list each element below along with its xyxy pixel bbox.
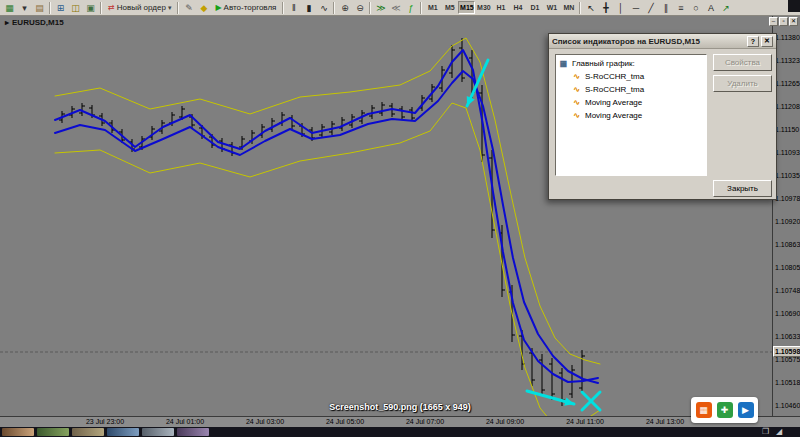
market-watch-icon[interactable]: ⊞: [53, 1, 68, 15]
text-label-icon[interactable]: A: [703, 1, 718, 15]
taskbar-thumbnail[interactable]: [142, 428, 174, 436]
cursor-icon[interactable]: ↖: [583, 1, 598, 15]
tree-root-label: Главный график:: [572, 59, 635, 68]
time-axis: 23 Jul 23:0024 Jul 01:0024 Jul 03:0024 J…: [0, 416, 800, 427]
auto-scroll-icon[interactable]: ≫: [373, 1, 388, 15]
taskbar-thumbnail[interactable]: [2, 428, 34, 436]
indicator-item[interactable]: ∿S-RoCCHR_tma: [558, 83, 704, 96]
price-axis-label: 1.10518: [775, 379, 800, 386]
timeframe-m15[interactable]: M15: [458, 1, 475, 14]
time-axis-label: 23 Jul 23:00: [86, 418, 124, 425]
indicators-icon[interactable]: ƒ: [403, 1, 418, 15]
fibonacci-icon[interactable]: ≡: [673, 1, 688, 15]
timeframe-m30[interactable]: M30: [475, 1, 492, 14]
autotrade-button-label: Авто-торговля: [224, 3, 277, 12]
timeframe-h1[interactable]: H1: [492, 1, 509, 14]
new-order-button-label: Новый ордер: [117, 3, 166, 12]
price-axis-label: 1.11265: [775, 80, 800, 87]
autotrade-button[interactable]: ▶Авто-торговля: [211, 1, 280, 15]
chart-tree-icon: ▦: [558, 59, 569, 69]
chart-restore-button[interactable]: ▫: [779, 17, 788, 26]
time-axis-label: 24 Jul 05:00: [326, 418, 364, 425]
taskbar-thumbnail[interactable]: [177, 428, 209, 436]
indicator-icon: ∿: [571, 72, 582, 82]
horizontal-line-icon[interactable]: ─: [628, 1, 643, 15]
metaquotes-icon[interactable]: ◆: [196, 1, 211, 15]
zoom-out-icon[interactable]: ⊖: [352, 1, 367, 15]
new-order-button[interactable]: ⇄Новый ордер▾: [104, 1, 175, 15]
copy-icon[interactable]: ❐: [762, 427, 769, 437]
timeframe-m5[interactable]: M5: [441, 1, 458, 14]
share-send-icon[interactable]: ▶: [738, 402, 754, 418]
taskbar: [0, 427, 800, 437]
timeframe-m1[interactable]: M1: [424, 1, 441, 14]
time-axis-label: 24 Jul 03:00: [246, 418, 284, 425]
screenshot-caption: Screenshot_590.png (1665 x 949): [329, 402, 471, 412]
timeframe-h4[interactable]: H4: [509, 1, 526, 14]
trendline-icon[interactable]: ╱: [643, 1, 658, 15]
indicator-icon: ∿: [571, 85, 582, 95]
toolbar-separator: [579, 2, 581, 14]
price-axis-label: 1.10460: [775, 402, 800, 409]
chart-bullet-icon: ▸: [5, 18, 9, 27]
channel-icon[interactable]: ∥: [658, 1, 673, 15]
price-axis-label: 1.10805: [775, 264, 800, 271]
crosshair-icon[interactable]: ╋: [598, 1, 613, 15]
dialog-titlebar[interactable]: Список индикаторов на EURUSD,M15 ? ✕: [549, 34, 776, 49]
shapes-icon[interactable]: ○: [688, 1, 703, 15]
new-order-button-icon: ⇄: [108, 3, 115, 12]
vertical-line-icon[interactable]: │: [613, 1, 628, 15]
dialog-close-button[interactable]: ✕: [761, 36, 773, 47]
dialog-title: Список индикаторов на EURUSD,M15: [552, 37, 745, 46]
price-axis-label: 1.10920: [775, 218, 800, 225]
taskbar-thumbnail[interactable]: [72, 428, 104, 436]
chart-dropdown-icon[interactable]: ▾: [17, 1, 32, 15]
candlestick-chart-icon[interactable]: ▮: [301, 1, 316, 15]
navigator-icon[interactable]: ◫: [68, 1, 83, 15]
taskbar-thumbnail[interactable]: [107, 428, 139, 436]
time-axis-label: 24 Jul 07:00: [406, 418, 444, 425]
profiles-icon[interactable]: ▤: [32, 1, 47, 15]
time-axis-label: 24 Jul 11:00: [566, 418, 604, 425]
close-button[interactable]: Закрыть: [713, 180, 772, 197]
indicator-item[interactable]: ∿Moving Average: [558, 109, 704, 122]
taskbar-thumbnail[interactable]: [37, 428, 69, 436]
chart-window-controls: –▫✕: [769, 17, 798, 26]
toolbar-separator: [282, 2, 284, 14]
time-axis-label: 24 Jul 01:00: [166, 418, 204, 425]
share-save-icon[interactable]: ✚: [717, 402, 733, 418]
share-mail-icon[interactable]: ▦: [696, 402, 712, 418]
new-chart-icon[interactable]: ▦: [2, 1, 17, 15]
indicator-name: S-RoCCHR_tma: [585, 85, 644, 94]
resize-icon[interactable]: ◢: [776, 427, 782, 437]
chart-symbol-text: EURUSD,M15: [12, 18, 64, 27]
toolbar-separator: [100, 2, 102, 14]
price-axis-label: 1.11093: [775, 149, 800, 156]
zoom-in-icon[interactable]: ⊕: [337, 1, 352, 15]
timeframe-w1[interactable]: W1: [543, 1, 560, 14]
chart-close-button[interactable]: ✕: [789, 17, 798, 26]
price-axis-label: 1.10863: [775, 241, 800, 248]
indicator-icon: ∿: [571, 111, 582, 121]
screen-corner-block: [788, 0, 800, 12]
timeframe-d1[interactable]: D1: [526, 1, 543, 14]
tree-root-main-chart[interactable]: ▦Главный график:: [558, 57, 704, 70]
new-order-button-dropdown-icon[interactable]: ▾: [168, 4, 172, 12]
indicator-item[interactable]: ∿Moving Average: [558, 96, 704, 109]
price-axis-label: 1.10748: [775, 287, 800, 294]
arrow-object-icon[interactable]: ↗: [718, 1, 733, 15]
dialog-help-button[interactable]: ?: [747, 36, 759, 47]
properties-button[interactable]: Свойства: [713, 54, 772, 71]
chart-minimize-button[interactable]: –: [769, 17, 778, 26]
chart-shift-icon[interactable]: ≪: [388, 1, 403, 15]
timeframe-mn[interactable]: MN: [560, 1, 577, 14]
line-chart-icon[interactable]: ∿: [316, 1, 331, 15]
indicator-list[interactable]: ▦Главный график:∿S-RoCCHR_tma∿S-RoCCHR_t…: [555, 54, 707, 176]
price-axis-label: 1.11208: [775, 103, 800, 110]
price-axis-label: 1.10575: [775, 356, 800, 363]
terminal-icon[interactable]: ▣: [83, 1, 98, 15]
indicator-item[interactable]: ∿S-RoCCHR_tma: [558, 70, 704, 83]
metaeditor-icon[interactable]: ✎: [181, 1, 196, 15]
bar-chart-icon[interactable]: ‖: [286, 1, 301, 15]
delete-button[interactable]: Удалить: [713, 75, 772, 92]
